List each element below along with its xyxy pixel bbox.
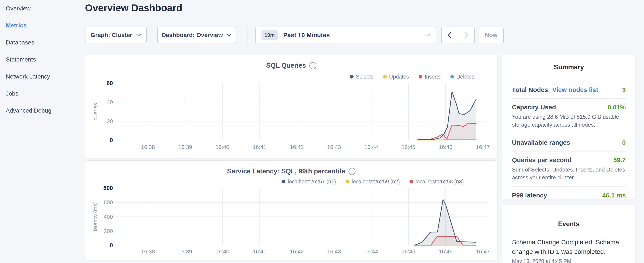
sql-queries-chart-card: SQL Queries i SelectsUpdatesInsertsDelet… (85, 55, 498, 158)
svg-text:queries: queries (92, 103, 98, 120)
summary-row-label: Unavailable ranges (512, 139, 570, 146)
svg-text:600: 600 (104, 199, 113, 205)
sidebar-item-network-latency[interactable]: Network Latency (6, 68, 78, 85)
time-step-button-group (441, 27, 475, 43)
svg-text:400: 400 (104, 214, 113, 220)
summary-title: Summary (512, 63, 626, 71)
event-items: Schema Change Completed: Schema change w… (512, 237, 626, 263)
svg-text:200: 200 (104, 228, 113, 234)
svg-text:60: 60 (106, 80, 113, 86)
chevron-down-icon (136, 34, 141, 37)
summary-row: Total NodesView nodes list3 (512, 81, 626, 98)
time-range-picker[interactable]: 10m Past 10 Minutes (255, 27, 436, 43)
chevron-right-icon (464, 32, 468, 38)
controls-bar: Graph: Cluster Dashboard: Overview 10m P… (85, 27, 498, 43)
summary-row: Capacity Used0.01%You are using 28.6 MiB… (512, 98, 626, 134)
svg-text:16:38: 16:38 (141, 248, 155, 255)
svg-text:0: 0 (110, 242, 113, 248)
controls-divider (247, 27, 248, 43)
sidebar-item-databases[interactable]: Databases (6, 34, 78, 51)
svg-text:16:42: 16:42 (290, 248, 304, 255)
graph-scope-label: Graph: Cluster (90, 32, 132, 39)
svg-text:16:45: 16:45 (402, 248, 415, 255)
svg-text:16:41: 16:41 (252, 248, 266, 255)
summary-row-main: Total NodesView nodes list3 (512, 86, 626, 93)
svg-text:16:43: 16:43 (327, 248, 341, 255)
summary-row-value: 3 (622, 86, 626, 93)
event-item[interactable]: Schema Change Completed: Schema change w… (512, 237, 626, 263)
summary-rows: Total NodesView nodes list3Capacity Used… (512, 81, 626, 204)
sidebar-item-jobs[interactable]: Jobs (6, 85, 78, 102)
sidebar-item-statements[interactable]: Statements (6, 51, 78, 68)
dashboard-label: Dashboard: Overview (162, 32, 223, 39)
summary-row-label: Queries per second (512, 156, 572, 164)
events-panel: Events Schema Change Completed: Schema c… (502, 204, 636, 263)
summary-row-value: 46.1 ms (602, 192, 626, 199)
svg-text:16:44: 16:44 (364, 248, 378, 255)
time-range-label: Past 10 Minutes (283, 32, 330, 39)
graph-scope-dropdown[interactable]: Graph: Cluster (85, 27, 147, 43)
summary-row-main: Queries per second59.7 (512, 156, 626, 164)
svg-text:16:46: 16:46 (438, 248, 452, 255)
now-button[interactable]: Now (478, 27, 504, 43)
svg-text:16:41: 16:41 (252, 144, 266, 150)
summary-row-value: 0.01% (608, 104, 626, 111)
now-button-label: Now (485, 32, 497, 39)
chevron-down-icon (425, 34, 430, 37)
summary-row-value: 59.7 (614, 156, 626, 164)
page-title: Overview Dashboard (85, 2, 182, 14)
svg-text:16:47: 16:47 (476, 248, 490, 255)
svg-text:16:42: 16:42 (290, 144, 304, 150)
events-title: Events (512, 220, 626, 228)
summary-row-description: You are using 28.6 MiB of 515.9 GiB usab… (512, 113, 626, 129)
summary-row-main: Capacity Used0.01% (512, 104, 626, 111)
svg-text:16:46: 16:46 (438, 144, 452, 150)
svg-text:16:44: 16:44 (364, 144, 378, 150)
summary-row-label: Capacity Used (512, 104, 556, 111)
svg-text:20: 20 (107, 118, 113, 124)
svg-text:16:43: 16:43 (327, 144, 341, 150)
summary-row: Queries per second59.7Sum of Selects, Up… (512, 151, 626, 186)
svg-text:0: 0 (110, 137, 113, 143)
sidebar-item-metrics[interactable]: Metrics (6, 17, 78, 34)
svg-text:800: 800 (103, 185, 113, 191)
svg-text:16:40: 16:40 (216, 144, 229, 150)
svg-text:16:40: 16:40 (216, 248, 229, 255)
svg-text:16:39: 16:39 (178, 144, 192, 150)
dashboard-dropdown[interactable]: Dashboard: Overview (157, 27, 236, 43)
summary-row-description: Sum of Selects, Updates, Inserts, and De… (512, 166, 626, 181)
chevron-left-icon (448, 32, 452, 38)
sidebar-item-advanced-debug[interactable]: Advanced Debug (6, 102, 78, 119)
service-latency-plot[interactable]: 16:3816:3916:4016:4116:4216:4316:4416:45… (85, 161, 498, 260)
svg-text:16:45: 16:45 (402, 144, 415, 150)
summary-row: Unavailable ranges0 (512, 134, 626, 151)
time-step-forward-button[interactable] (458, 27, 474, 43)
event-timestamp: May 13, 2020 at 4:45 PM (512, 258, 626, 263)
svg-text:latency (ms): latency (ms) (92, 202, 98, 231)
svg-text:16:47: 16:47 (476, 144, 490, 150)
svg-text:16:39: 16:39 (178, 248, 192, 255)
svg-text:40: 40 (107, 99, 113, 105)
sidebar-nav: OverviewMetricsDatabasesStatementsNetwor… (6, 0, 78, 119)
svg-text:16:38: 16:38 (141, 144, 155, 150)
time-range-badge: 10m (262, 30, 278, 40)
summary-row-value: 0 (622, 139, 626, 146)
summary-row-label: Total Nodes (512, 86, 548, 93)
time-step-back-button[interactable] (442, 27, 458, 43)
summary-row-label: P99 latency (512, 192, 547, 199)
event-text: Schema Change Completed: Schema change w… (512, 237, 626, 256)
service-latency-chart-card: Service Latency: SQL, 99th percentile i … (85, 160, 498, 260)
summary-row-main: Unavailable ranges0 (512, 139, 626, 146)
main-content: Overview Dashboard Graph: Cluster Dashbo… (85, 0, 498, 263)
view-nodes-list-link[interactable]: View nodes list (552, 86, 598, 93)
summary-row-main: P99 latency46.1 ms (512, 192, 626, 199)
summary-panel: Summary Total NodesView nodes list3Capac… (502, 55, 636, 199)
chevron-down-icon (227, 34, 232, 37)
summary-row: P99 latency46.1 ms (512, 186, 626, 204)
sql-queries-plot[interactable]: 16:3816:3916:4016:4116:4216:4316:4416:45… (85, 55, 498, 158)
sidebar-item-overview[interactable]: Overview (6, 0, 78, 17)
